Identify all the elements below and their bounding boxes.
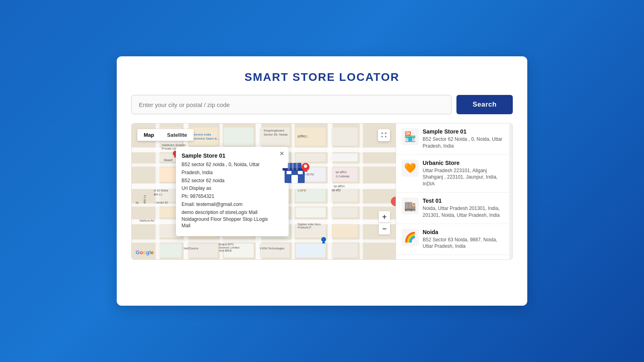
store-address: B52 Sector 63 Noida, 9887, Noida, Uttar … (423, 237, 507, 250)
store-name: Sample Store 01 (423, 128, 507, 135)
svg-rect-42 (296, 208, 326, 218)
search-button[interactable]: Search (456, 95, 513, 114)
svg-text:S Cottinfab: S Cottinfab (336, 175, 349, 178)
svg-text:VVDN Technologies: VVDN Technologies (260, 247, 285, 250)
store-name: Urbanic Store (423, 160, 507, 166)
svg-rect-19 (332, 128, 358, 146)
fullscreen-icon (381, 132, 387, 138)
store-item[interactable]: ⬛Onkar (396, 255, 512, 260)
svg-text:एस कॉटिन: एस कॉटिन (333, 185, 345, 188)
svg-rect-106 (298, 171, 303, 174)
svg-text:भारत बीपीओ: भारत बीपीओ (219, 249, 232, 252)
svg-rect-25 (332, 154, 358, 162)
store-list: 🏪Sample Store 01B52 Sector 62 Noida , 0,… (396, 123, 512, 260)
svg-text:Bharat BPO: Bharat BPO (219, 243, 234, 246)
svg-rect-109 (296, 163, 298, 170)
svg-text:– Sector 62: – Sector 62 (154, 201, 168, 204)
svg-rect-11 (292, 123, 295, 259)
google-logo: Google (136, 249, 154, 255)
svg-rect-13 (360, 123, 363, 259)
svg-rect-31 (332, 167, 358, 181)
store-item[interactable]: 🏪Sample Store 01B52 Sector 62 Noida , 0,… (396, 123, 512, 155)
popup-description: demo description of storeLogix Mall Noid… (182, 209, 274, 229)
svg-text:Net2Source: Net2Source (184, 247, 198, 250)
store-thumbnail: 🌈 (402, 229, 419, 246)
svg-text:इलेक्ट्रि...: इलेक्ट्रि... (297, 134, 310, 138)
svg-text:ay: ay (136, 201, 139, 204)
popup-store-icon (281, 155, 313, 187)
store-item[interactable]: 🌈NoidaB52 Sector 63 Noida, 9887, Noida, … (396, 224, 512, 255)
svg-rect-43 (332, 208, 358, 218)
store-address: Noida, Uttar Pradesh 201301, India, 2013… (423, 205, 507, 219)
svg-rect-51 (188, 243, 218, 257)
store-name: Noida (423, 229, 507, 235)
main-card: SMART STORE LOCATOR Search (117, 56, 527, 306)
svg-text:एस कॉटिन: एस कॉटिन (335, 171, 347, 174)
svg-text:/ Cummins Sales &...: / Cummins Sales &... (190, 137, 219, 140)
svg-rect-6 (132, 239, 396, 243)
svg-text:Haldiram Snacks: Haldiram Snacks (162, 143, 186, 147)
svg-text:Products P: Products P (297, 226, 311, 229)
svg-text:विश्वकर्मा: विश्वकर्मा (163, 158, 173, 162)
svg-text:CAFE: CAFE (297, 189, 306, 192)
popup-email: Email: testemail@gmail.com (182, 201, 274, 208)
popup-phone-label: Ph: (182, 193, 189, 199)
scroll-indicator (509, 123, 512, 259)
svg-rect-108 (292, 163, 294, 170)
popup-address1: B52 sector 62 noida , 0, Noida, Uttar (182, 161, 274, 168)
store-thumbnail: 🏬 (402, 197, 419, 214)
map-popup: ✕ Sample Store 01 B52 sector 62 noida , … (176, 147, 289, 236)
store-address: B52 Sector 62 Noida , 0, Noida, Uttar Pr… (423, 136, 507, 150)
svg-rect-105 (287, 171, 291, 174)
map-type-satellite-button[interactable]: Satellite (161, 129, 194, 141)
svg-rect-53 (260, 243, 290, 257)
svg-rect-107 (288, 163, 290, 170)
svg-rect-16 (224, 128, 254, 146)
svg-rect-49 (332, 224, 358, 238)
svg-rect-104 (291, 175, 298, 183)
svg-text:Sector 63, Noida: Sector 63, Noida (264, 133, 288, 136)
map-zoom-out-button[interactable]: − (379, 223, 390, 234)
popup-email-label: Email: (182, 202, 195, 207)
svg-point-112 (304, 165, 307, 168)
popup-url: Url Display as (182, 185, 274, 192)
svg-rect-55 (332, 243, 358, 257)
content-row: Haldiram Snacks Private Limited Cummins … (131, 123, 513, 260)
store-thumbnail: 🏪 (402, 128, 419, 145)
popup-phone: Ph: 987654321 (182, 193, 274, 200)
map-fullscreen-button[interactable] (378, 129, 390, 141)
store-address: Uttar Pradesh 223101, Aliganj Shahganj ,… (423, 167, 507, 187)
svg-rect-50 (160, 243, 182, 257)
map-zoom-in-button[interactable]: + (379, 211, 390, 222)
popup-title: Sample Store 01 (182, 152, 274, 159)
svg-text:or 62 Noida: or 62 Noida (154, 189, 168, 192)
popup-address3: B52 sector 62 noida (182, 177, 274, 184)
svg-text:Mathura Rd: Mathura Rd (140, 219, 154, 222)
store-item[interactable]: 🧡Urbanic StoreUttar Pradesh 223101, Alig… (396, 155, 512, 193)
map-type-bar: Map Satellite (137, 129, 194, 141)
store-thumbnail: 🧡 (402, 160, 419, 177)
svg-rect-54 (296, 243, 326, 257)
store-name: Test 01 (423, 197, 507, 204)
store-item[interactable]: 🏬Test 01Noida, Uttar Pradesh 201301, Ind… (396, 193, 512, 224)
svg-text:क्षेत्र ६२: क्षेत्र ६२ (154, 193, 162, 196)
search-row: Search (131, 95, 513, 114)
popup-address2: Pradesh, India (182, 169, 274, 176)
search-input[interactable] (131, 95, 452, 114)
app-title: SMART STORE LOCATOR (131, 71, 513, 84)
popup-email-value: testemail@gmail.com (196, 202, 243, 207)
map-area: Haldiram Snacks Private Limited Cummins … (131, 123, 396, 260)
map-zoom-controls: + − (379, 211, 390, 235)
store-list-panel: 🏪Sample Store 01B52 Sector 62 Noida , 0,… (396, 123, 513, 260)
svg-text:Digitals India Secu: Digitals India Secu (297, 223, 321, 226)
popup-phone-value: 987654321 (190, 193, 214, 199)
svg-text:Services Limited: Services Limited (219, 246, 239, 249)
svg-text:91springboard: 91springboard (264, 129, 284, 132)
svg-text:क्षेत्र ६३: क्षेत्र ६३ (143, 195, 147, 204)
svg-text:एस कॉट: एस कॉट (331, 189, 341, 192)
map-type-map-button[interactable]: Map (137, 129, 161, 141)
